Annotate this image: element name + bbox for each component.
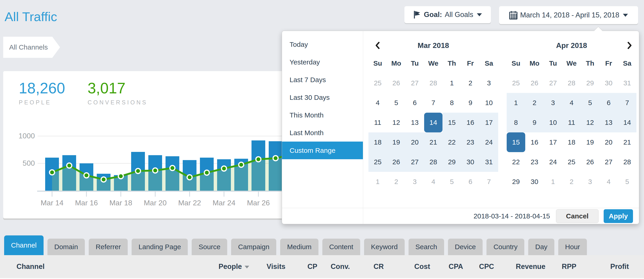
day-cell[interactable]: 7 bbox=[424, 93, 443, 113]
tab-medium[interactable]: Medium bbox=[280, 239, 318, 255]
column-header-people[interactable]: People bbox=[218, 255, 249, 278]
column-header-visits[interactable]: Visits bbox=[267, 255, 286, 278]
day-cell[interactable]: 2 bbox=[387, 172, 406, 192]
day-cell[interactable]: 30 bbox=[599, 73, 618, 93]
day-cell[interactable]: 2 bbox=[562, 172, 581, 192]
day-cell[interactable]: 25 bbox=[368, 73, 387, 93]
day-cell[interactable]: 19 bbox=[581, 132, 599, 152]
day-cell[interactable]: 22 bbox=[507, 152, 525, 172]
tab-country[interactable]: Country bbox=[486, 239, 524, 255]
day-cell[interactable]: 26 bbox=[387, 152, 406, 172]
next-month-button[interactable] bbox=[624, 37, 635, 54]
day-cell[interactable]: 18 bbox=[368, 132, 387, 152]
day-cell[interactable]: 28 bbox=[618, 152, 636, 172]
tab-search[interactable]: Search bbox=[408, 239, 444, 255]
day-cell[interactable]: 20 bbox=[599, 132, 618, 152]
preset-yesterday[interactable]: Yesterday bbox=[282, 53, 363, 71]
preset-today[interactable]: Today bbox=[282, 36, 363, 53]
day-cell[interactable]: 16 bbox=[461, 113, 480, 132]
column-header-revenue[interactable]: Revenue bbox=[516, 255, 546, 278]
day-cell[interactable]: 23 bbox=[461, 132, 480, 152]
day-cell[interactable]: 3 bbox=[406, 172, 424, 192]
day-cell[interactable]: 7 bbox=[618, 93, 636, 113]
tab-landing-page[interactable]: Landing Page bbox=[132, 239, 188, 255]
day-cell[interactable]: 15 bbox=[442, 113, 461, 132]
tab-campaign[interactable]: Campaign bbox=[231, 239, 276, 255]
day-cell[interactable]: 1 bbox=[442, 73, 461, 93]
day-cell[interactable]: 14 bbox=[618, 113, 636, 132]
day-cell[interactable]: 12 bbox=[581, 113, 599, 132]
day-cell[interactable]: 5 bbox=[387, 93, 406, 113]
prev-month-button[interactable] bbox=[372, 37, 383, 54]
day-cell[interactable]: 25 bbox=[507, 73, 525, 93]
day-cell[interactable]: 1 bbox=[507, 93, 525, 113]
tab-content[interactable]: Content bbox=[322, 239, 360, 255]
preset-custom-range[interactable]: Custom Range bbox=[282, 142, 363, 159]
tab-hour[interactable]: Hour bbox=[558, 239, 587, 255]
day-cell[interactable]: 28 bbox=[424, 73, 443, 93]
day-cell[interactable]: 11 bbox=[368, 113, 387, 132]
tab-source[interactable]: Source bbox=[192, 239, 227, 255]
tab-day[interactable]: Day bbox=[528, 239, 554, 255]
preset-last-7-days[interactable]: Last 7 Days bbox=[282, 71, 363, 89]
day-cell[interactable]: 7 bbox=[480, 172, 498, 192]
day-cell[interactable]: 4 bbox=[368, 93, 387, 113]
day-cell[interactable]: 26 bbox=[387, 73, 406, 93]
day-cell[interactable]: 5 bbox=[581, 93, 599, 113]
day-cell[interactable]: 10 bbox=[480, 93, 498, 113]
goal-selector-button[interactable]: Goal: All Goals bbox=[404, 6, 491, 23]
day-cell[interactable]: 9 bbox=[525, 113, 544, 132]
day-cell[interactable]: 2 bbox=[461, 73, 480, 93]
preset-last-30-days[interactable]: Last 30 Days bbox=[282, 89, 363, 106]
day-cell[interactable]: 12 bbox=[387, 113, 406, 132]
day-cell[interactable]: 26 bbox=[525, 73, 544, 93]
day-cell[interactable]: 4 bbox=[599, 172, 618, 192]
day-cell[interactable]: 18 bbox=[562, 132, 581, 152]
day-cell[interactable]: 3 bbox=[544, 93, 562, 113]
day-cell[interactable]: 13 bbox=[599, 113, 618, 132]
day-cell[interactable]: 25 bbox=[562, 152, 581, 172]
column-header-cpa[interactable]: CPA bbox=[449, 255, 463, 278]
breadcrumb[interactable]: All Channels bbox=[3, 37, 60, 58]
column-header-cpc[interactable]: CPC bbox=[479, 255, 494, 278]
day-cell[interactable]: 20 bbox=[406, 132, 424, 152]
day-cell[interactable]: 31 bbox=[480, 152, 498, 172]
day-cell[interactable]: 21 bbox=[618, 132, 636, 152]
tab-referrer[interactable]: Referrer bbox=[89, 239, 128, 255]
day-cell[interactable]: 2 bbox=[525, 93, 544, 113]
column-header-cost[interactable]: Cost bbox=[414, 255, 430, 278]
day-cell[interactable]: 1 bbox=[368, 172, 387, 192]
tab-device[interactable]: Device bbox=[448, 239, 483, 255]
day-cell[interactable]: 30 bbox=[461, 152, 480, 172]
day-cell[interactable]: 6 bbox=[599, 93, 618, 113]
date-range-button[interactable]: March 14, 2018 - April 15, 2018 bbox=[499, 6, 638, 24]
day-cell[interactable]: 28 bbox=[562, 73, 581, 93]
cancel-button[interactable]: Cancel bbox=[556, 209, 598, 223]
day-cell[interactable]: 25 bbox=[368, 152, 387, 172]
column-header-conv-[interactable]: Conv. bbox=[330, 255, 350, 278]
tab-keyword[interactable]: Keyword bbox=[364, 239, 405, 255]
day-cell[interactable]: 3 bbox=[581, 172, 599, 192]
day-cell[interactable]: 5 bbox=[442, 172, 461, 192]
preset-last-month[interactable]: Last Month bbox=[282, 124, 363, 142]
day-cell[interactable]: 31 bbox=[618, 73, 636, 93]
day-cell[interactable]: 19 bbox=[387, 132, 406, 152]
day-cell[interactable]: 29 bbox=[442, 152, 461, 172]
day-cell[interactable]: 29 bbox=[581, 73, 599, 93]
day-cell[interactable]: 27 bbox=[599, 152, 618, 172]
apply-button[interactable]: Apply bbox=[604, 209, 633, 223]
day-cell[interactable]: 9 bbox=[461, 93, 480, 113]
preset-this-month[interactable]: This Month bbox=[282, 106, 363, 124]
day-cell[interactable]: 21 bbox=[424, 132, 443, 152]
day-cell[interactable]: 11 bbox=[562, 113, 581, 132]
column-header-profit[interactable]: Profit bbox=[610, 255, 629, 278]
day-cell[interactable]: 10 bbox=[544, 113, 562, 132]
day-cell[interactable]: 17 bbox=[544, 132, 562, 152]
day-cell[interactable]: 5 bbox=[618, 172, 636, 192]
day-cell[interactable]: 8 bbox=[507, 113, 525, 132]
day-cell[interactable]: 16 bbox=[525, 132, 544, 152]
column-header-cp[interactable]: CP bbox=[308, 255, 317, 278]
day-cell[interactable]: 6 bbox=[406, 93, 424, 113]
column-header-cr[interactable]: CR bbox=[374, 255, 384, 278]
day-cell[interactable]: 22 bbox=[442, 132, 461, 152]
